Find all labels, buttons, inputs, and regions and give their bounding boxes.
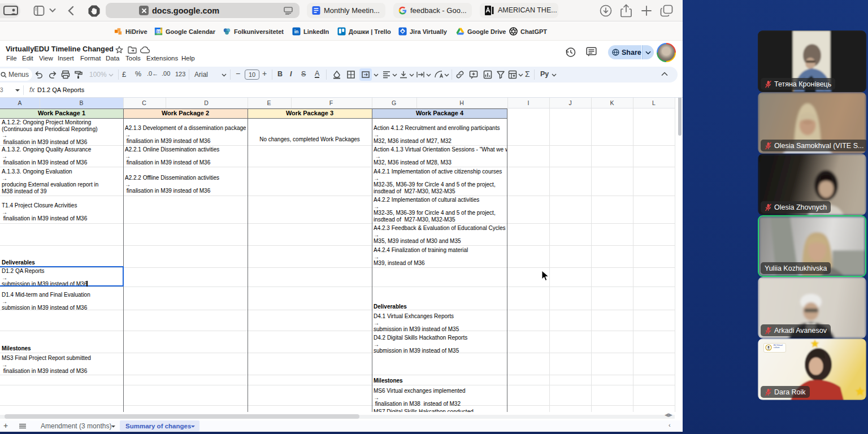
svg-text:in: in (294, 29, 298, 34)
svg-text:31: 31 (157, 29, 160, 33)
